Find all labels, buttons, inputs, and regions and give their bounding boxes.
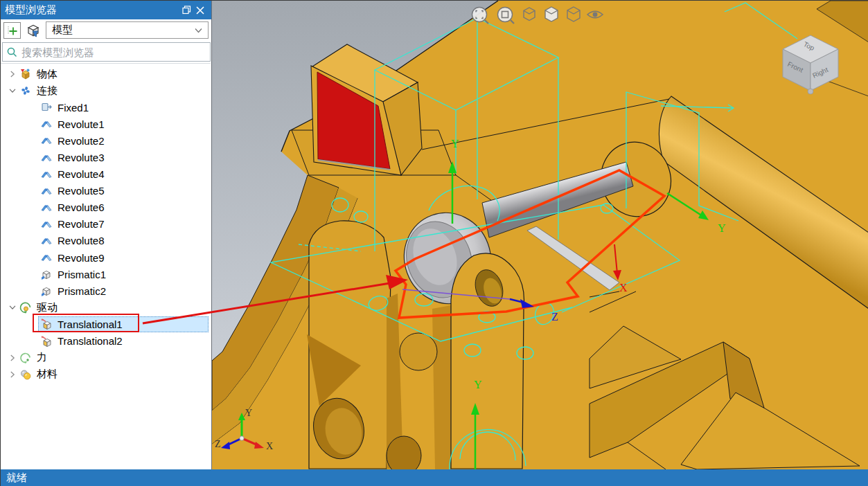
expanded-chevron-icon[interactable]: [6, 301, 19, 314]
model-filter-dropdown[interactable]: 模型: [46, 21, 209, 39]
model-tree: 物体连接Fixed1Revolute1Revolute2Revolute3Rev…: [1, 63, 211, 469]
fixed-icon: [39, 101, 53, 114]
model-browser-panel: 模型浏览器: [1, 1, 212, 469]
triad-label-z: Z: [215, 439, 221, 449]
tree-item-Revolute5[interactable]: Revolute5: [1, 183, 211, 199]
tree-item-Revolute3[interactable]: Revolute3: [1, 149, 211, 165]
tree-item-label: Revolute6: [57, 201, 105, 213]
panel-title: 模型浏览器: [5, 3, 179, 17]
revolute-icon: [39, 118, 53, 130]
object-icon: [19, 68, 33, 80]
tree-item-Revolute7[interactable]: Revolute7: [1, 216, 211, 233]
revolute-icon: [39, 201, 53, 214]
add-button[interactable]: [3, 22, 21, 39]
tree-item-Prismatic2[interactable]: Prismatic2: [1, 282, 211, 299]
tree-item-材料[interactable]: 材料: [1, 366, 211, 383]
tree-item-label: Translational1: [57, 318, 123, 330]
tree-item-label: Revolute9: [57, 252, 105, 264]
revolute-icon: [39, 218, 53, 231]
tree-item-label: Revolute7: [57, 218, 105, 230]
connection-icon: [19, 84, 33, 97]
revolute-icon: [39, 134, 53, 147]
material-icon: [19, 368, 33, 381]
revolute-icon: [39, 152, 53, 164]
filter-cube-button[interactable]: [24, 21, 43, 39]
scene-canvas[interactable]: Y Y Y X Z: [212, 1, 868, 469]
search-box[interactable]: [2, 42, 211, 62]
tree-item-label: Revolute1: [57, 118, 105, 130]
tree-item-label: 驱动: [37, 301, 57, 314]
cube-filter-icon: [26, 23, 41, 38]
tree-item-Revolute4[interactable]: Revolute4: [1, 166, 211, 183]
drive-icon: [19, 301, 33, 314]
dropdown-value: 模型: [52, 24, 195, 37]
tree-item-label: Prismatic2: [57, 285, 106, 297]
triad-label-x: X: [266, 441, 273, 451]
tree-item-label: 连接: [37, 84, 57, 98]
tree-item-Revolute8[interactable]: Revolute8: [1, 233, 211, 249]
expanded-chevron-icon[interactable]: [6, 84, 19, 97]
panel-titlebar[interactable]: 模型浏览器: [1, 1, 211, 19]
application-window: 模型浏览器: [0, 0, 868, 486]
tree-item-label: Prismatic1: [57, 269, 106, 280]
tree-item-力[interactable]: 力: [1, 350, 211, 366]
tree-item-Translational1[interactable]: Translational1: [1, 316, 211, 332]
tree-item-Revolute2[interactable]: Revolute2: [1, 132, 211, 149]
float-window-icon[interactable]: [179, 4, 193, 17]
translational-icon: [39, 335, 53, 348]
revolute-icon: [39, 235, 53, 247]
force-icon: [19, 352, 33, 364]
translational-icon: [39, 318, 53, 330]
triad-label-y: Y: [245, 408, 252, 418]
collapsed-chevron-icon[interactable]: [6, 368, 19, 381]
tree-item-Fixed1[interactable]: Fixed1: [1, 99, 211, 116]
tree-item-物体[interactable]: 物体: [1, 66, 211, 82]
front-lug-plate: [451, 253, 524, 469]
chevron-down-icon: [195, 26, 202, 35]
tree-item-label: Fixed1: [57, 102, 89, 114]
axis-label-y2: Y: [718, 222, 726, 234]
close-icon[interactable]: [193, 4, 207, 17]
prismatic-icon: [39, 285, 53, 297]
tree-item-label: 物体: [37, 68, 57, 81]
tree-item-连接[interactable]: 连接: [1, 82, 211, 99]
revolute-icon: [39, 185, 53, 197]
tree-item-驱动[interactable]: 驱动: [1, 299, 211, 316]
axis-label-x: X: [619, 282, 628, 294]
tree-item-label: 材料: [37, 368, 57, 381]
tree-item-label: Revolute8: [57, 235, 105, 246]
collapsed-chevron-icon[interactable]: [6, 68, 19, 80]
tree-item-label: 力: [37, 351, 47, 364]
revolute-icon: [39, 168, 53, 181]
axis-label-y3: Y: [474, 379, 482, 390]
tree-item-Translational2[interactable]: Translational2: [1, 333, 211, 350]
tree-item-label: Revolute5: [57, 185, 105, 197]
search-input[interactable]: [21, 46, 206, 58]
tree-item-Revolute1[interactable]: Revolute1: [1, 116, 211, 132]
tree-item-label: Revolute4: [57, 168, 105, 180]
plus-icon: [7, 25, 18, 36]
prismatic-icon: [39, 268, 53, 280]
search-icon: [7, 47, 17, 57]
viewport-3d[interactable]: Y Y Y X Z: [212, 1, 868, 469]
tree-item-Revolute9[interactable]: Revolute9: [1, 249, 211, 266]
status-bar: 就绪: [1, 469, 868, 486]
panel-toolbar: 模型: [1, 19, 211, 41]
collapsed-chevron-icon[interactable]: [6, 352, 19, 364]
status-text: 就绪: [6, 471, 27, 485]
revolute-icon: [39, 251, 53, 264]
shaded-view-icon[interactable]: [545, 7, 558, 21]
tree-item-label: Revolute2: [57, 135, 105, 147]
tree-item-Revolute6[interactable]: Revolute6: [1, 199, 211, 216]
axis-label-y1: Y: [451, 138, 459, 150]
tree-item-Prismatic1[interactable]: Prismatic1: [1, 266, 211, 282]
tree-item-label: Revolute3: [57, 152, 105, 163]
axis-label-z: Z: [551, 311, 558, 323]
tree-item-label: Translational2: [57, 335, 123, 347]
